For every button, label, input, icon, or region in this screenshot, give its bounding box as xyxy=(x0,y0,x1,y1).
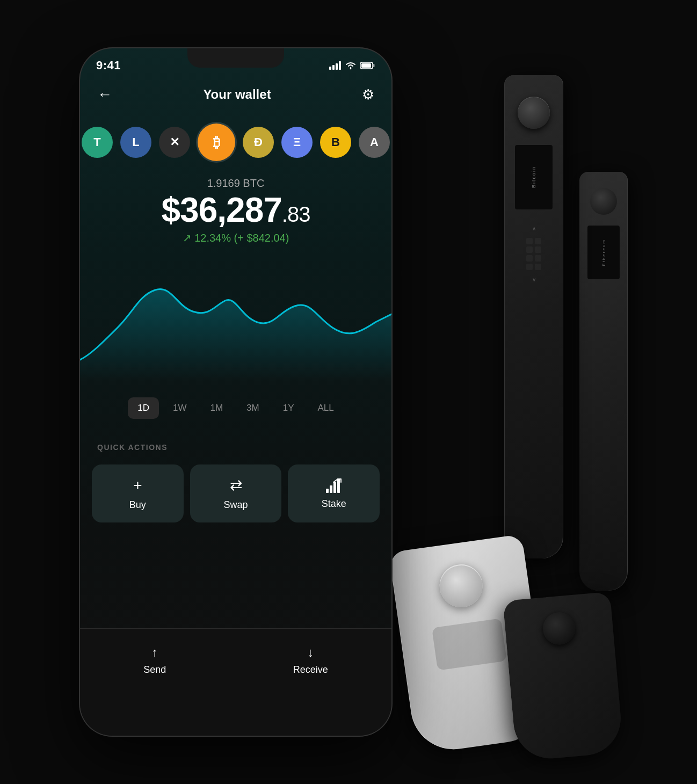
stake-icon xyxy=(326,478,342,493)
crypto-balance: 1.9169 BTC xyxy=(80,177,391,190)
buy-label: Buy xyxy=(129,499,146,511)
page-title: Your wallet xyxy=(203,87,271,102)
swap-label: Swap xyxy=(223,499,248,511)
send-icon: ↑ xyxy=(151,645,158,660)
svg-rect-0 xyxy=(329,67,331,70)
hardware-wallet-nano-x: Bitcoin ∧ ∨ xyxy=(504,75,563,558)
time-period-selector: 1D 1W 1M 3M 1Y ALL xyxy=(80,397,391,419)
balance-change: ↗ 12.34% (+ $842.04) xyxy=(80,231,391,244)
scene: 9:41 xyxy=(53,21,644,763)
coin-selector: T L ✕ ₿ Ð Ξ B A xyxy=(80,124,391,161)
balance-area: 1.9169 BTC $36,287.83 ↗ 12.34% (+ $842.0… xyxy=(80,177,391,244)
svg-rect-5 xyxy=(373,64,375,67)
status-time: 9:41 xyxy=(96,59,121,72)
buy-icon: + xyxy=(133,477,142,494)
svg-rect-3 xyxy=(339,61,341,70)
coin-bitcoin[interactable]: ₿ xyxy=(198,124,235,161)
hw2-text: Ethereum xyxy=(601,239,606,266)
back-button[interactable]: ← xyxy=(97,86,112,103)
settings-button[interactable]: ⚙ xyxy=(362,86,374,103)
chart-area xyxy=(80,252,391,381)
change-arrow: ↗ xyxy=(183,232,192,244)
app-header: ← Your wallet ⚙ xyxy=(80,86,391,103)
receive-label: Receive xyxy=(293,664,328,676)
stake-label: Stake xyxy=(322,498,346,510)
price-chart xyxy=(80,252,391,381)
coin-dogecoin[interactable]: Ð xyxy=(243,127,274,158)
hw1-button xyxy=(518,97,550,129)
phone-notch xyxy=(187,48,284,68)
coin-tether[interactable]: T xyxy=(82,127,113,158)
change-text: 12.34% (+ $842.04) xyxy=(194,232,289,244)
send-button[interactable]: ↑ Send xyxy=(143,645,166,676)
hw1-screen: Bitcoin xyxy=(515,145,553,209)
hardware-wallet-nano-s: Ethereum xyxy=(579,172,628,591)
status-icons xyxy=(329,61,375,70)
period-3m[interactable]: 3M xyxy=(237,397,269,419)
quick-actions-label: QUICK ACTIONS xyxy=(97,443,168,452)
hardware-wallet-stax xyxy=(503,592,623,761)
svg-rect-9 xyxy=(333,482,336,493)
phone-screen: 9:41 xyxy=(80,48,391,736)
svg-rect-8 xyxy=(330,485,332,493)
fiat-balance: $36,287.83 xyxy=(80,193,391,227)
svg-rect-2 xyxy=(336,63,338,70)
coin-bnb[interactable]: B xyxy=(320,127,351,158)
hw1-text: Bitcoin xyxy=(531,166,536,188)
svg-rect-1 xyxy=(332,65,335,70)
period-1y[interactable]: 1Y xyxy=(273,397,304,419)
send-label: Send xyxy=(143,664,166,676)
wifi-icon xyxy=(345,61,356,70)
swap-button[interactable]: ⇄ Swap xyxy=(190,464,282,522)
period-all[interactable]: ALL xyxy=(308,397,344,419)
period-1w[interactable]: 1W xyxy=(163,397,197,419)
quick-actions: + Buy ⇄ Swap Stake xyxy=(92,464,380,522)
hw4-button xyxy=(542,611,577,646)
coin-algo[interactable]: A xyxy=(359,127,390,158)
battery-icon xyxy=(360,61,375,70)
swap-icon: ⇄ xyxy=(230,476,242,494)
stake-button[interactable]: Stake xyxy=(288,464,380,522)
period-1d[interactable]: 1D xyxy=(128,397,159,419)
fiat-cents: .83 xyxy=(282,202,310,226)
svg-rect-7 xyxy=(326,489,329,493)
signal-icon xyxy=(329,61,341,70)
receive-icon: ↓ xyxy=(307,645,314,660)
svg-rect-6 xyxy=(361,63,371,68)
fiat-whole: $36,287 xyxy=(162,191,282,229)
phone-device: 9:41 xyxy=(80,48,391,736)
coin-litecoin[interactable]: L xyxy=(120,127,151,158)
period-1m[interactable]: 1M xyxy=(200,397,233,419)
bottom-bar: ↑ Send ↓ Receive xyxy=(80,628,391,736)
svg-rect-10 xyxy=(337,479,340,493)
receive-button[interactable]: ↓ Receive xyxy=(293,645,328,676)
hw3-button xyxy=(437,562,485,610)
buy-button[interactable]: + Buy xyxy=(92,464,184,522)
coin-xrp[interactable]: ✕ xyxy=(159,127,190,158)
coin-ethereum[interactable]: Ξ xyxy=(281,127,313,158)
